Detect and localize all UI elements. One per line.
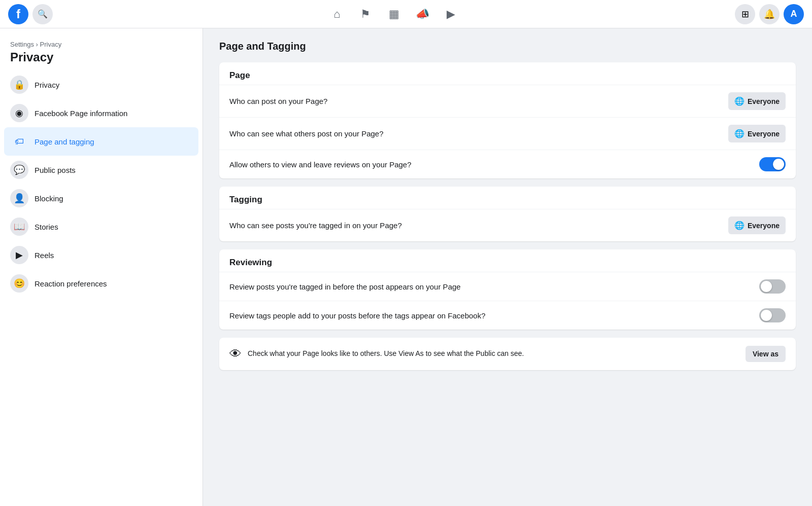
home-nav-button[interactable]: ⌂: [325, 2, 349, 26]
who-see-tagged-label: Who can see posts you're tagged in on yo…: [229, 221, 402, 230]
who-see-others-value: Everyone: [748, 130, 780, 138]
ads-nav-button[interactable]: 📣: [410, 2, 434, 26]
who-see-others-row: Who can see what others post on your Pag…: [219, 117, 796, 150]
topnav-left: f 🔍: [8, 4, 53, 24]
sidebar-item-page-tagging[interactable]: 🏷 Page and tagging: [4, 127, 198, 156]
insights-nav-button[interactable]: ▦: [382, 2, 406, 26]
toggle-thumb-reviews: [773, 159, 784, 170]
toggle-thumb-tagged-posts: [761, 281, 772, 292]
sidebar-item-public-posts[interactable]: 💬 Public posts: [4, 156, 198, 184]
privacy-icon: 🔒: [10, 76, 28, 94]
sidebar: Settings › Privacy Privacy 🔒 Privacy ◉ F…: [0, 28, 203, 506]
page-section-title: Page: [219, 62, 796, 85]
who-see-tagged-value: Everyone: [748, 222, 780, 230]
who-can-post-button[interactable]: 🌐 Everyone: [728, 92, 786, 110]
top-navigation: f 🔍 ⌂ ⚑ ▦ 📣 ▶ ⊞ 🔔 A: [0, 0, 812, 28]
view-as-banner: 👁 Check what your Page looks like to oth…: [219, 338, 796, 370]
blocking-icon: 👤: [10, 189, 28, 207]
review-tags-toggle-wrapper: [759, 308, 786, 322]
facebook-logo[interactable]: f: [8, 4, 28, 24]
sidebar-item-reels-label: Reels: [35, 251, 54, 260]
allow-reviews-toggle-wrapper: [759, 157, 786, 171]
review-tags-toggle[interactable]: [759, 308, 786, 322]
reviewing-section-card: Reviewing Review posts you're tagged in …: [219, 249, 796, 330]
sidebar-title: Privacy: [4, 50, 198, 70]
reaction-prefs-icon: 😊: [10, 274, 28, 293]
breadcrumb-separator-icon: ›: [36, 41, 38, 48]
who-see-others-button[interactable]: 🌐 Everyone: [728, 125, 786, 142]
sidebar-item-privacy[interactable]: 🔒 Privacy: [4, 70, 198, 99]
stories-icon: 📖: [10, 218, 28, 236]
eye-icon: 👁: [229, 347, 242, 361]
fb-page-info-icon: ◉: [10, 104, 28, 122]
sidebar-item-fb-page-info[interactable]: ◉ Facebook Page information: [4, 99, 198, 127]
who-see-tagged-button[interactable]: 🌐 Everyone: [728, 216, 786, 234]
sidebar-item-reaction-prefs-label: Reaction preferences: [35, 279, 107, 288]
public-posts-icon: 💬: [10, 161, 28, 179]
breadcrumb: Settings › Privacy: [4, 37, 198, 50]
who-can-post-label: Who can post on your Page?: [229, 97, 327, 105]
sidebar-item-blocking[interactable]: 👤 Blocking: [4, 184, 198, 212]
globe-icon-3: 🌐: [734, 221, 745, 230]
globe-icon-2: 🌐: [734, 129, 745, 138]
review-tags-row: Review tags people add to your posts bef…: [219, 301, 796, 330]
review-tagged-posts-label: Review posts you're tagged in before the…: [229, 282, 461, 291]
reels-icon: ▶: [10, 246, 28, 264]
pages-nav-button[interactable]: ⚑: [353, 2, 378, 26]
review-tagged-posts-toggle[interactable]: [759, 279, 786, 294]
sidebar-item-privacy-label: Privacy: [35, 81, 59, 89]
sidebar-item-reels[interactable]: ▶ Reels: [4, 241, 198, 269]
globe-icon-1: 🌐: [734, 96, 745, 106]
tagging-section-card: Tagging Who can see posts you're tagged …: [219, 187, 796, 241]
video-nav-button[interactable]: ▶: [438, 2, 463, 26]
tagging-section-title: Tagging: [219, 187, 796, 209]
avatar[interactable]: A: [784, 4, 804, 24]
page-layout: Settings › Privacy Privacy 🔒 Privacy ◉ F…: [0, 0, 812, 506]
sidebar-item-fb-page-info-label: Facebook Page information: [35, 109, 127, 118]
allow-reviews-label: Allow others to view and leave reviews o…: [229, 160, 412, 169]
view-as-button[interactable]: View as: [746, 346, 786, 362]
notifications-button[interactable]: 🔔: [759, 4, 780, 24]
sidebar-item-stories-label: Stories: [35, 223, 58, 231]
review-tagged-posts-row: Review posts you're tagged in before the…: [219, 272, 796, 301]
breadcrumb-current: Privacy: [40, 41, 62, 48]
allow-reviews-row: Allow others to view and leave reviews o…: [219, 150, 796, 178]
main-content: Page and Tagging Page Who can post on yo…: [203, 28, 812, 506]
toggle-thumb-review-tags: [761, 310, 772, 321]
sidebar-item-reaction-prefs[interactable]: 😊 Reaction preferences: [4, 269, 198, 298]
sidebar-item-blocking-label: Blocking: [35, 194, 63, 203]
allow-reviews-toggle[interactable]: [759, 157, 786, 171]
page-section-card: Page Who can post on your Page? 🌐 Everyo…: [219, 62, 796, 178]
reviewing-section-title: Reviewing: [219, 249, 796, 272]
page-title: Page and Tagging: [219, 41, 796, 52]
grid-button[interactable]: ⊞: [735, 4, 755, 24]
who-can-post-value: Everyone: [748, 97, 780, 105]
sidebar-item-stories[interactable]: 📖 Stories: [4, 212, 198, 241]
topnav-center: ⌂ ⚑ ▦ 📣 ▶: [325, 2, 463, 26]
sidebar-item-page-tagging-label: Page and tagging: [35, 137, 94, 146]
who-can-post-row: Who can post on your Page? 🌐 Everyone: [219, 85, 796, 117]
breadcrumb-settings-link[interactable]: Settings: [10, 41, 34, 48]
who-see-others-label: Who can see what others post on your Pag…: [229, 129, 384, 138]
view-as-text: Check what your Page looks like to other…: [248, 349, 739, 359]
topnav-right: ⊞ 🔔 A: [735, 4, 804, 24]
who-see-tagged-row: Who can see posts you're tagged in on yo…: [219, 209, 796, 241]
review-tags-label: Review tags people add to your posts bef…: [229, 311, 486, 320]
page-tagging-icon: 🏷: [10, 132, 28, 151]
search-button[interactable]: 🔍: [32, 4, 53, 24]
review-tagged-posts-toggle-wrapper: [759, 279, 786, 294]
sidebar-item-public-posts-label: Public posts: [35, 166, 76, 174]
